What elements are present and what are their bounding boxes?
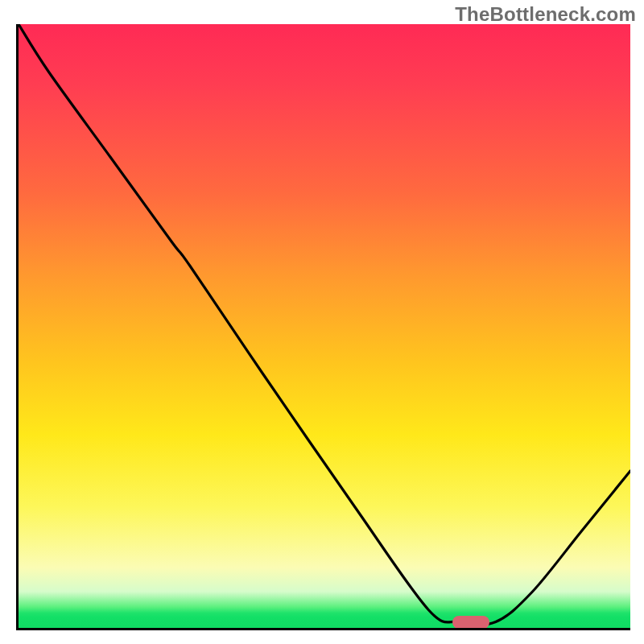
gradient-background	[19, 24, 630, 628]
plot-area	[16, 24, 630, 630]
optimal-marker	[452, 616, 489, 629]
watermark-text: TheBottleneck.com	[455, 3, 636, 26]
chart-stage: TheBottleneck.com	[0, 0, 644, 644]
